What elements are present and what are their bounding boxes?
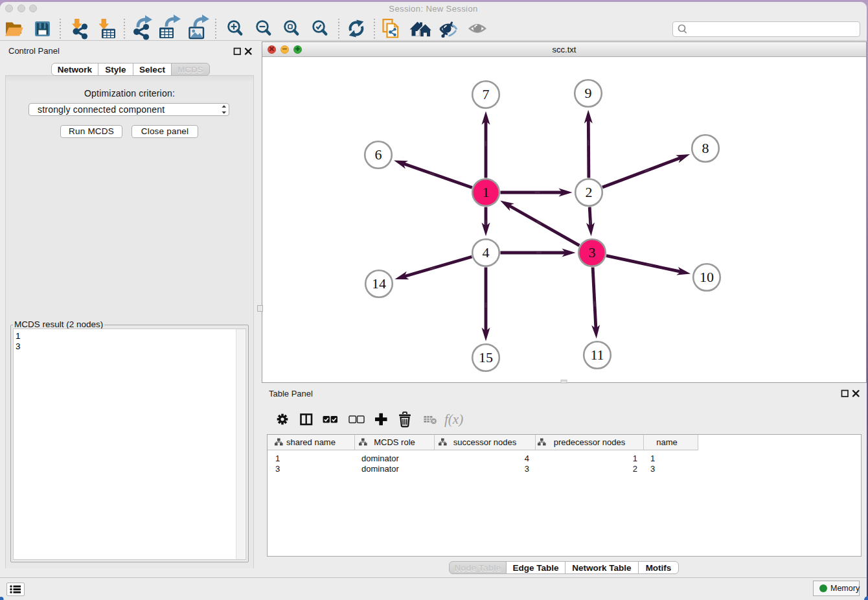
- svg-text:4: 4: [483, 244, 490, 260]
- svg-text:14: 14: [372, 275, 386, 292]
- svg-text:6: 6: [375, 146, 382, 163]
- svg-text:15: 15: [479, 349, 493, 365]
- svg-text:3: 3: [589, 244, 596, 260]
- svg-text:1: 1: [483, 184, 490, 200]
- svg-text:2: 2: [586, 184, 593, 200]
- svg-text:9: 9: [585, 85, 592, 101]
- svg-text:10: 10: [700, 269, 714, 285]
- svg-text:11: 11: [590, 347, 604, 363]
- svg-text:8: 8: [702, 140, 709, 156]
- svg-text:7: 7: [483, 86, 490, 102]
